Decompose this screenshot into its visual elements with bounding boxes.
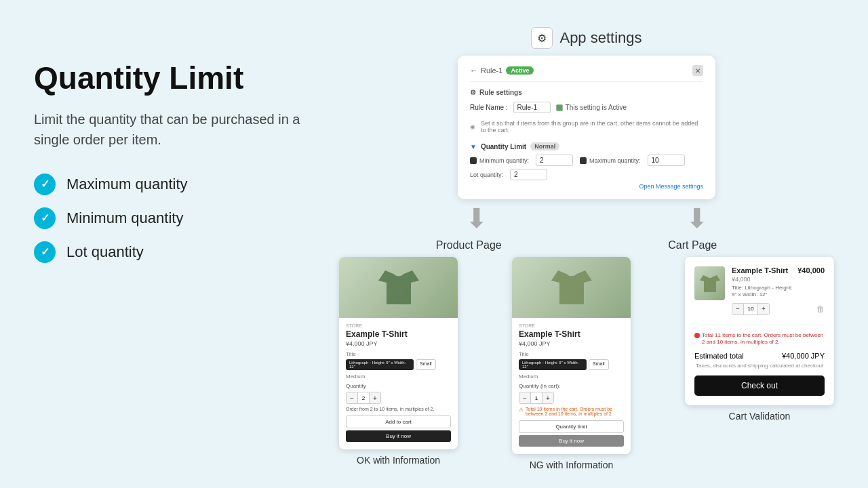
feature-label-max: Maximum quantity — [66, 176, 188, 193]
screenshot-col-ok: STORE Example T-Shirt ¥4,000 JPY Title L… — [339, 257, 458, 466]
ql-expand-icon: ▼ — [470, 143, 477, 150]
checkout-button[interactable]: Check out — [694, 375, 825, 396]
caption-ng: NG with Information — [530, 460, 614, 470]
tshirt-icon-ok — [378, 264, 419, 311]
qty-label-ok: Quantity — [346, 383, 366, 389]
qty-min-row: Minimum quantity: Maximum quantity: — [470, 155, 703, 166]
lot-qty-input[interactable] — [510, 169, 547, 180]
cart-qty-minus[interactable]: − — [732, 304, 743, 314]
title-label-ng: Title — [519, 351, 624, 357]
qty-val-ng: 1 — [530, 392, 542, 403]
rule-name-label: Rule Name : — [470, 104, 508, 111]
app-settings-text: App settings — [559, 29, 642, 47]
qty-limit-btn-ng[interactable]: Quantity limit — [519, 420, 624, 433]
min-qty-label: Minimum quantity: — [470, 157, 529, 164]
cart-item-name: Example T-Shirt — [732, 266, 797, 274]
cart-error-message: Total 11 items to the cart. Orders must … — [702, 332, 825, 346]
arrows-row: ⬇ ⬇ — [339, 203, 834, 234]
arrow-product: ⬇ — [465, 203, 488, 234]
radio-icon: ◉ — [470, 123, 475, 130]
rule-note-text: Set it so that if items from this group … — [481, 120, 703, 134]
cart-qty-stepper[interactable]: − 10 + — [732, 303, 770, 315]
ql-label: Quantity Limit — [481, 143, 526, 150]
product-body-ng: STORE Example T-Shirt ¥4,000 JPY Title L… — [512, 318, 631, 454]
screenshot-col-ng: STORE Example T-Shirt ¥4,000 JPY Title L… — [512, 257, 631, 470]
rule-active-checkbox[interactable] — [556, 104, 563, 111]
page-subtitle: Limit the quantity that can be purchased… — [34, 109, 326, 150]
check-icon-min — [34, 207, 56, 229]
settings-icon: ⚙ — [531, 27, 553, 49]
lot-qty-text: Lot quantity: — [470, 171, 503, 178]
arrow-cart: ⬇ — [686, 203, 709, 234]
page-title: Quantity Limit — [34, 61, 326, 96]
tshirt-icon-ng — [551, 264, 592, 311]
cart-tax-note: Taxes, discounts and shipping calculated… — [694, 363, 825, 369]
min-qty-checkbox[interactable] — [470, 157, 477, 164]
rule-card-header: ← Rule-1 Active ✕ — [470, 65, 703, 82]
mockup-product-ok: STORE Example T-Shirt ¥4,000 JPY Title L… — [339, 257, 458, 449]
rule-close-button[interactable]: ✕ — [692, 65, 703, 76]
qty-stepper-row-ok: − 2 + — [346, 392, 451, 404]
max-qty-label: Maximum quantity: — [580, 157, 641, 164]
store-label-ok: STORE — [346, 323, 451, 328]
min-qty-text: Minimum quantity: — [479, 157, 529, 164]
caption-ok: OK with Information — [357, 455, 440, 466]
buy-now-ok[interactable]: Buy it now — [346, 430, 451, 442]
lot-qty-label: Lot quantity: — [470, 171, 503, 178]
check-icon-max — [34, 174, 56, 195]
tag1-ok[interactable]: Lithograph - Height: 9" x Width: 12" — [346, 359, 414, 370]
min-qty-input[interactable] — [536, 155, 573, 166]
product-image-ok — [339, 257, 458, 318]
tag1-ng[interactable]: Lithograph - Height: 9" x Width: 12" — [519, 359, 587, 370]
cart-error-text: Total 11 items to the cart. Orders must … — [694, 332, 825, 346]
rule-section-title: ⚙ Rule settings — [470, 89, 703, 96]
qty-stepper-ok[interactable]: − 2 + — [346, 392, 381, 404]
open-msg-link[interactable]: Open Message settings — [470, 183, 703, 190]
rule-active-label: This setting is Active — [556, 104, 627, 111]
cart-estimated-row: Estimated total ¥40,000 JPY — [694, 352, 825, 360]
cart-delete-icon[interactable]: 🗑 — [816, 304, 825, 314]
feature-list: Maximum quantity Minimum quantity Lot qu… — [34, 174, 326, 263]
warning-message-ng: Total 10 items in the cart. Orders must … — [526, 407, 624, 416]
rule-badge: Active — [506, 66, 534, 75]
qty-minus-ok[interactable]: − — [347, 392, 357, 403]
mockup-cart: Example T-Shirt ¥4,000 Title: Lithograph… — [685, 257, 834, 405]
qty-minus-ng[interactable]: − — [519, 392, 530, 403]
check-icon-lot — [34, 241, 56, 263]
rule-card: ← Rule-1 Active ✕ ⚙ Rule settings Rule N… — [458, 56, 715, 199]
buy-now-ng[interactable]: Buy it now — [519, 435, 624, 447]
app-settings-area: ⚙ App settings — [339, 27, 834, 49]
right-panel: ⚙ App settings ← Rule-1 Active ✕ ⚙ Rule … — [339, 27, 834, 461]
tags-row-ok: Lithograph - Height: 9" x Width: 12" Sma… — [346, 359, 451, 370]
qty-stepper-ng[interactable]: − 1 + — [519, 392, 554, 404]
rule-active-text: This setting is Active — [566, 104, 627, 111]
tag2-ok[interactable]: Small — [416, 359, 436, 370]
cart-page-label: Cart Page — [668, 239, 717, 251]
qty-label-row-ng: Quantity (in cart): — [519, 383, 624, 389]
estimated-value: ¥40,000 JPY — [782, 352, 825, 360]
max-qty-input[interactable] — [648, 155, 685, 166]
store-label-ng: STORE — [519, 323, 624, 328]
cart-item-row: Example T-Shirt ¥4,000 Title: Lithograph… — [694, 266, 825, 325]
product-price-ng: ¥4,000 JPY — [519, 340, 624, 347]
feature-item-lot: Lot quantity — [34, 241, 326, 263]
medium-label-ng: Medium — [519, 373, 624, 380]
qty-label-ng: Quantity (in cart): — [519, 383, 560, 389]
tag2-ng[interactable]: Small — [589, 359, 609, 370]
rule-name-row: Rule Name : This setting is Active — [470, 102, 703, 113]
add-to-cart-ok[interactable]: Add to cart — [346, 415, 451, 428]
qty-row-ok: Quantity — [346, 383, 451, 389]
rule-name-input[interactable] — [513, 102, 551, 113]
tags-row-ng: Lithograph - Height: 9" x Width: 12" Sma… — [519, 359, 624, 370]
max-qty-checkbox[interactable] — [580, 157, 587, 164]
qty-plus-ok[interactable]: + — [370, 392, 380, 403]
feature-label-lot: Lot quantity — [66, 243, 144, 261]
main-layout: Quantity Limit Limit the quantity that c… — [0, 0, 868, 488]
cart-item-details: Example T-Shirt ¥4,000 Title: Lithograph… — [732, 266, 825, 318]
cart-qty-plus[interactable]: + — [758, 304, 769, 314]
qty-plus-ng[interactable]: + — [542, 392, 553, 403]
product-name-ok: Example T-Shirt — [346, 329, 451, 339]
rule-name: Rule-1 — [481, 66, 502, 75]
app-settings-label: ⚙ App settings — [531, 27, 642, 49]
max-qty-text: Maximum quantity: — [589, 157, 641, 164]
